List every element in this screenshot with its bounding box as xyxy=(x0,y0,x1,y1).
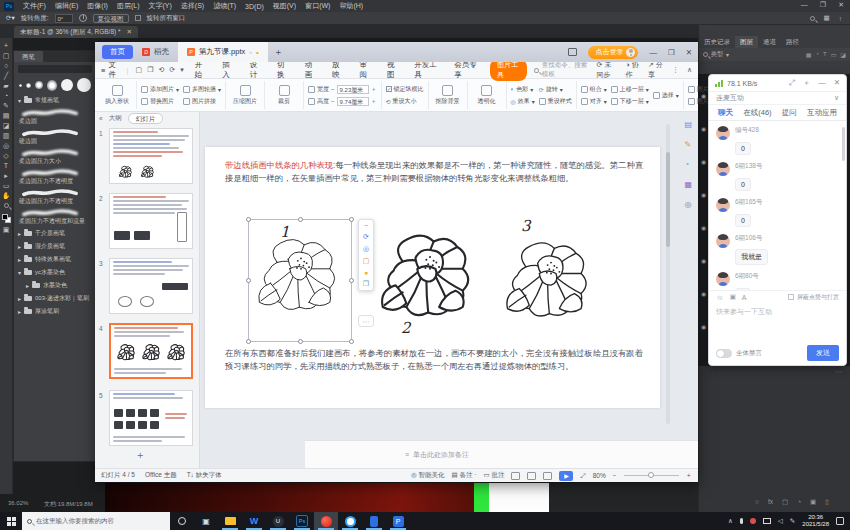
live-class-app-icon[interactable] xyxy=(314,512,338,530)
phone-app-icon[interactable] xyxy=(362,512,386,530)
delete-layer-icon[interactable]: ▯ xyxy=(825,498,829,506)
p-app-icon[interactable]: P xyxy=(386,512,410,530)
taskbar-clock[interactable]: 20:36 2021/5/28 xyxy=(802,514,829,529)
hidden-icons-chevron[interactable]: ∧ xyxy=(728,517,733,525)
grid-icon[interactable]: ▦ xyxy=(684,180,692,189)
reset-size-button[interactable]: ⟲重设大小 xyxy=(386,97,424,106)
hand-tool-icon[interactable]: ✋ xyxy=(2,192,11,199)
selection-handle[interactable] xyxy=(349,278,354,283)
slide-thumbnail-4-selected[interactable] xyxy=(109,323,193,379)
sorter-view-icon[interactable] xyxy=(527,472,536,480)
color-button[interactable]: ◐色彩▾ xyxy=(511,85,535,94)
eyedropper-tool-icon[interactable]: ▰ xyxy=(3,82,8,89)
mute-all-toggle[interactable] xyxy=(716,349,732,358)
height-value[interactable]: 9.74厘米 xyxy=(337,97,369,106)
selection-handle[interactable] xyxy=(349,217,354,222)
notes-toggle[interactable]: ▤ 备注 · xyxy=(452,471,477,480)
filter-smart-icon[interactable]: ◪ xyxy=(840,51,846,58)
chat-input-field[interactable]: 快来参与一下互动 xyxy=(709,303,846,341)
ps-zoom-level[interactable]: 36.02% xyxy=(8,500,28,506)
crop-image-icon[interactable]: ▢ xyxy=(363,257,370,265)
height-plus[interactable]: ＋ xyxy=(371,97,377,106)
wps-app-icon[interactable]: W xyxy=(242,512,266,530)
edit-icon[interactable]: ✎ xyxy=(684,140,692,149)
save-icon[interactable]: ▢ xyxy=(136,66,143,74)
brush-folder[interactable]: ▸厚涂笔刷 xyxy=(14,305,96,318)
sync-status[interactable]: ⟳ 未同步 xyxy=(597,60,618,80)
zoom-out-button[interactable]: − xyxy=(613,472,617,479)
selection-handle[interactable] xyxy=(298,339,303,344)
crop-tool-icon[interactable]: ╱ xyxy=(4,72,8,79)
login-button[interactable]: 点击登录 xyxy=(588,46,638,59)
type-tool-icon[interactable]: T xyxy=(4,162,8,169)
font-icon[interactable]: A xyxy=(742,294,747,301)
eye-icon[interactable]: ◉ xyxy=(701,224,706,231)
layer-style-icon[interactable]: fx xyxy=(768,498,773,506)
brush-folder[interactable]: ▸干介质画笔 xyxy=(14,227,96,240)
gradient-tool-icon[interactable]: ▥ xyxy=(3,132,10,139)
photoshop-app-icon[interactable]: Ps xyxy=(290,512,314,530)
eye-icon[interactable]: ◉ xyxy=(701,158,706,165)
stamp-tool-icon[interactable]: ▤ xyxy=(3,112,10,119)
eye-icon[interactable]: ◉ xyxy=(701,257,706,264)
panel-tab-paths[interactable]: 路径 xyxy=(781,36,804,48)
slide-canvas[interactable]: 带边线插画中线条的几种表现:每一种线条呈现出来的效果都是不一样的，第一种讲究随性… xyxy=(205,147,660,408)
lock-ratio-checkbox[interactable]: ✓锁定纵横比 xyxy=(386,85,424,94)
missing-font-warning[interactable]: T↓ 缺失字体 xyxy=(187,471,222,480)
selection-handle[interactable] xyxy=(246,339,251,344)
brush-search-input[interactable] xyxy=(18,65,92,73)
minimize-panel-icon[interactable]: — xyxy=(818,78,826,88)
send-button[interactable]: 发送 xyxy=(807,345,839,361)
rotate-image-icon[interactable]: ⟳ xyxy=(363,233,369,241)
send-backward-button[interactable]: 下移一层▾ xyxy=(611,97,649,106)
wps-close-icon[interactable]: ✕ xyxy=(686,48,692,57)
ps-menu-item[interactable]: 文字(Y) xyxy=(148,1,171,11)
panel-menu-icon[interactable]: ⋯ xyxy=(835,368,842,376)
fit-icon[interactable]: ⤢ xyxy=(580,472,585,480)
flower-sketch-3[interactable] xyxy=(495,235,607,327)
copy-image-icon[interactable]: ❐ xyxy=(363,280,369,288)
width-value[interactable]: 9.23厘米 xyxy=(337,85,369,94)
display-icon[interactable] xyxy=(763,518,771,524)
tab-home[interactable]: 开始 xyxy=(191,60,211,80)
chevron-down-icon[interactable]: ∨ xyxy=(834,94,839,102)
tab-picture-tools[interactable]: 图片工具 xyxy=(490,59,527,81)
selection-handle[interactable] xyxy=(246,217,251,222)
panel-tab-layers[interactable]: 图层 xyxy=(735,36,758,48)
remove-background-button[interactable]: 抠除背景 xyxy=(433,85,463,106)
task-view-button[interactable]: ▣ xyxy=(194,512,218,530)
start-button[interactable] xyxy=(0,512,22,530)
transparent-button[interactable]: 透明化 xyxy=(472,85,502,106)
filter-adjustment-icon[interactable]: ◔ xyxy=(815,51,819,58)
color-swatches[interactable] xyxy=(2,214,11,223)
tab-close-icon[interactable]: ✕ xyxy=(127,26,132,38)
ps-menu-item[interactable]: 视图(V) xyxy=(273,1,296,11)
normal-view-icon[interactable] xyxy=(511,472,520,480)
ps-close-icon[interactable]: ✕ xyxy=(838,1,844,9)
ps-menu-item[interactable]: 帮助(H) xyxy=(339,1,363,11)
properties-icon[interactable]: ▤ xyxy=(684,120,692,129)
flower-sketch-1[interactable] xyxy=(253,232,349,320)
rotate-dial-icon[interactable] xyxy=(79,14,87,22)
new-tab-button[interactable]: ＋ xyxy=(274,46,283,59)
file-menu[interactable]: ≡文件 xyxy=(101,60,120,80)
brush-folder[interactable]: ▸003-递进水彩｜笔刷 xyxy=(14,292,96,305)
ps-search-icon[interactable] xyxy=(810,16,815,21)
panel-tab-channels[interactable]: 通道 xyxy=(758,36,781,48)
cortana-button[interactable] xyxy=(170,512,194,530)
rotate-view-tool-icon[interactable]: ⟳▾ xyxy=(6,14,15,22)
slide-thumbnail-5[interactable] xyxy=(109,390,193,446)
share-button[interactable]: ↗ 分享 xyxy=(648,60,664,80)
ps-menu-item[interactable]: 3D(D) xyxy=(245,3,264,10)
slide-bottom-paragraph[interactable]: 在所有东西都准备好后我们建画布，将参考的素材放在一边，画布不要建的太小，完全没有… xyxy=(225,347,643,374)
eye-icon[interactable]: ◉ xyxy=(701,323,706,330)
width-minus[interactable]: − xyxy=(331,86,335,92)
pen-input-icon[interactable]: ✎ xyxy=(790,517,795,525)
tab-member[interactable]: 会员专享 xyxy=(450,60,483,80)
group-button[interactable]: 组合▾ xyxy=(581,85,607,94)
height-minus[interactable]: − xyxy=(331,98,335,104)
slide-thumbnail-3[interactable] xyxy=(109,258,193,314)
tab-insert[interactable]: 插入 xyxy=(218,60,238,80)
tab-design[interactable]: 设计 xyxy=(246,60,266,80)
panel-tab-history[interactable]: 历史记录 xyxy=(699,36,735,48)
